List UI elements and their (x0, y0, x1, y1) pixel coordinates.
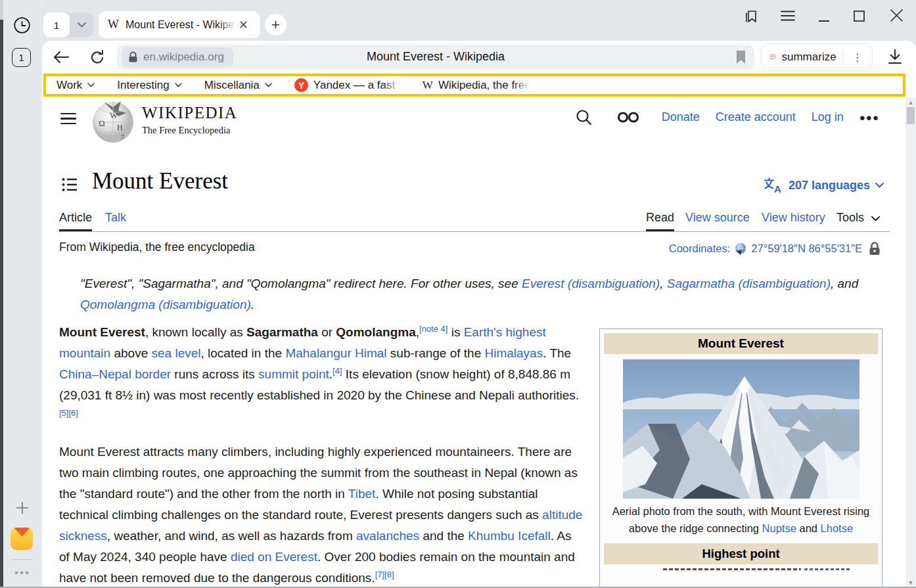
wiki-link[interactable]: Khumbu Icefall (468, 529, 551, 543)
tab-close-icon[interactable]: ✕ (239, 19, 248, 31)
log-in-link[interactable]: Log in (812, 110, 844, 124)
bookmark-folder-interesting[interactable]: Interesting (117, 79, 181, 92)
wiki-link[interactable]: China–Nepal border (59, 367, 171, 381)
infobox-title: Mount Everest (604, 333, 878, 354)
side-panels-icon[interactable] (743, 8, 760, 25)
bookmark-wikipedia[interactable]: W Wikipedia, the free (423, 79, 530, 92)
chevron-down-icon (175, 83, 182, 87)
reload-icon[interactable] (89, 49, 105, 65)
tab-panel-count: 1 (18, 52, 24, 63)
wiki-link[interactable]: Nuptse (762, 522, 796, 534)
summarize-button[interactable]: summarize (782, 51, 836, 64)
scrollbar[interactable]: ▲ ▼ (905, 97, 916, 588)
browser-side-rail: 1 ••• (3, 0, 42, 587)
tab-group-pill[interactable]: 1 (43, 12, 93, 37)
reference-link[interactable]: [4] (332, 366, 342, 376)
chevron-down-icon (875, 183, 884, 188)
url-field[interactable]: en.wikipedia.org Mount Everest - Wikiped… (117, 45, 754, 70)
wiki-link[interactable]: Qomolangma (disambiguation) (80, 298, 251, 311)
scroll-up-arrow[interactable]: ▲ (905, 98, 916, 107)
tab-read[interactable]: Read (646, 211, 674, 231)
reference-link[interactable]: [7] (375, 570, 384, 579)
minimize-button[interactable] (819, 20, 829, 22)
rail-divider (11, 559, 32, 560)
coordinates-label-link[interactable]: Coordinates: (669, 242, 731, 255)
wiki-link[interactable]: Tibet (348, 487, 376, 501)
tab-tools[interactable]: Tools (836, 211, 880, 225)
wiki-link[interactable]: avalanches (356, 529, 419, 543)
scroll-thumb[interactable] (907, 107, 915, 124)
wikipedia-globe-logo[interactable]: Ω W H 7 (91, 99, 135, 145)
infobox-section-highest-point: Highest point (604, 543, 878, 564)
svg-text:Ω: Ω (99, 118, 105, 128)
svg-text:A: A (774, 183, 781, 193)
wikipedia-favicon: W (108, 18, 119, 32)
browser-tab[interactable]: W Mount Everest - Wikipe ✕ (99, 11, 260, 38)
create-account-link[interactable]: Create account (716, 110, 796, 124)
bookmark-folder-work[interactable]: Work (57, 79, 95, 92)
wiki-page: Ω W H 7 WIKIPEDIA The Free Encyclopedia … (42, 97, 905, 588)
wiki-link[interactable]: Sagarmatha (disambiguation) (667, 277, 831, 290)
globe-icon[interactable] (734, 242, 747, 256)
wiki-link[interactable]: Himalayas (485, 346, 543, 360)
bookmark-yandex[interactable]: Y Yandex — a fast In (294, 78, 400, 92)
wiki-link[interactable]: summit point (258, 367, 329, 381)
wikipedia-wordmark[interactable]: WIKIPEDIA (142, 104, 237, 122)
tab-view-history[interactable]: View history (762, 211, 825, 225)
wiki-link[interactable]: Mahalangur Himal (285, 346, 386, 360)
bookmark-folder-miscellania[interactable]: Miscellania (204, 79, 272, 92)
rail-add-button[interactable] (11, 497, 34, 519)
back-icon[interactable] (53, 49, 70, 65)
paragraph-second: Mount Everest attracts many climbers, in… (59, 441, 585, 588)
new-tab-button[interactable]: + (265, 14, 286, 35)
bookmark-label: Yandex — a fast In (313, 79, 400, 91)
rail-more-button[interactable]: ••• (12, 566, 33, 579)
tab-view-source[interactable]: View source (685, 211, 750, 225)
coordinates-value-link[interactable]: 27°59′18″N 86°55′31″E (751, 242, 862, 255)
close-button[interactable] (890, 9, 903, 22)
summarize-card: summarize ⋮ (761, 43, 873, 71)
tab-count: 1 (54, 20, 59, 31)
wiki-header-actions: Donate Create account Log in ●●● (576, 109, 879, 125)
tab-group-chevron[interactable] (70, 12, 93, 37)
wiki-link[interactable]: sea level (152, 346, 201, 360)
wiki-link[interactable]: Lhotse (821, 522, 854, 534)
svg-text:W: W (110, 110, 118, 120)
wiki-menu-icon[interactable] (60, 113, 76, 125)
tab-panel-count-button[interactable]: 1 (12, 48, 31, 67)
infobox-image-everest[interactable] (623, 359, 859, 499)
address-page-title: Mount Everest - Wikipedia (117, 50, 754, 64)
article-tabs-row: Article Talk Read View source View histo… (59, 209, 890, 232)
yandex-mail-icon[interactable] (11, 528, 33, 550)
svg-text:H: H (117, 123, 123, 132)
glasses-icon[interactable] (617, 112, 641, 123)
reference-link[interactable]: [8] (384, 570, 394, 579)
scroll-down-arrow[interactable]: ▼ (905, 578, 916, 587)
languages-label: 207 languages (789, 179, 870, 192)
quote-bubble-icon (769, 49, 776, 65)
hatnote: "Everest", "Sagarmatha", and "Qomolangma… (80, 273, 881, 315)
more-options-icon[interactable]: ●●● (859, 112, 879, 123)
bookmark-flag-icon[interactable] (735, 50, 746, 64)
toc-icon[interactable] (62, 177, 78, 192)
wiki-link[interactable]: Everest (disambiguation) (522, 277, 660, 290)
bookmark-label: Interesting (117, 79, 169, 92)
paragraph-lead: Mount Everest, known locally as Sagarmat… (59, 322, 585, 427)
bookmark-label: Miscellania (204, 79, 260, 92)
history-clock-icon[interactable] (11, 14, 32, 35)
reference-link[interactable]: [6] (68, 408, 78, 418)
reference-link[interactable]: [note 4] (419, 324, 447, 334)
chevron-down-icon (87, 83, 95, 87)
menu-hamburger-icon[interactable] (781, 11, 795, 21)
tab-talk[interactable]: Talk (105, 211, 126, 225)
maximize-button[interactable] (854, 11, 865, 22)
languages-button[interactable]: A 207 languages (764, 177, 884, 193)
tab-article[interactable]: Article (59, 211, 92, 231)
wiki-link[interactable]: died on Everest (231, 550, 317, 564)
tab-count-badge[interactable]: 1 (43, 12, 70, 37)
donate-link[interactable]: Donate (662, 110, 700, 124)
summarize-kebab-icon[interactable]: ⋮ (848, 51, 867, 64)
search-icon[interactable] (576, 109, 592, 125)
reference-link[interactable]: [5] (59, 408, 68, 418)
download-icon[interactable] (887, 49, 903, 65)
